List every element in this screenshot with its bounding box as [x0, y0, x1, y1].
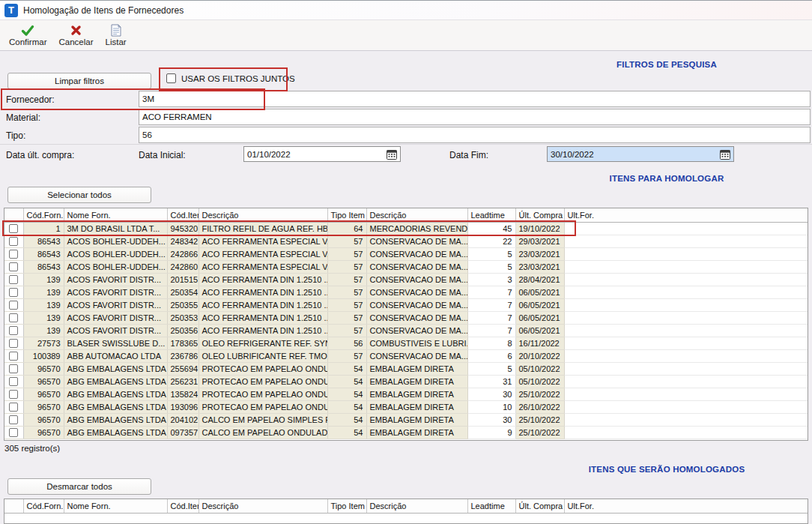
row-checkbox[interactable] — [9, 262, 18, 271]
table-cell — [564, 388, 808, 400]
table-row[interactable]: 96570ABG EMBALAGENS LTDA204102CALCO EM P… — [4, 413, 808, 426]
row-checkbox[interactable] — [9, 301, 18, 310]
column-header[interactable]: Descrição — [366, 208, 467, 222]
calendar-icon[interactable] — [387, 149, 397, 160]
table-row[interactable]: 27573BLASER SWISSLUBE D...178365OLEO REF… — [4, 337, 808, 349]
column-header[interactable]: Tipo Item — [327, 499, 366, 513]
table-cell: 96570 — [23, 413, 64, 426]
row-checkbox[interactable] — [9, 288, 18, 297]
row-checkbox[interactable] — [9, 326, 18, 335]
table-cell: PROTECAO EM PAPELAO ONDUL... — [199, 388, 327, 400]
table-row[interactable]: 96570ABG EMBALAGENS LTDA135824PROTECAO E… — [4, 388, 808, 400]
column-header[interactable]: Tipo Item — [327, 208, 366, 222]
table-row[interactable]: 96570ABG EMBALAGENS LTDA256231PROTECAO E… — [4, 375, 808, 388]
column-header[interactable]: Leadtime — [467, 208, 515, 222]
column-header[interactable]: Últ. Compra — [515, 499, 564, 513]
table-row[interactable]: 139ACOS FAVORIT DISTR...201515ACO FERRAM… — [4, 273, 808, 286]
table-row[interactable]: 86543ACOS BOHLER-UDDEH...248342ACO FERRA… — [4, 235, 808, 247]
row-checkbox[interactable] — [9, 352, 18, 361]
clear-filters-button[interactable]: Limpar filtros — [7, 73, 151, 89]
table-row[interactable]: 139ACOS FAVORIT DISTR...250354ACO FERRAM… — [4, 286, 808, 298]
calendar-icon[interactable] — [720, 149, 730, 160]
row-checkbox[interactable] — [9, 224, 18, 233]
table-row[interactable]: 100389ABB AUTOMACAO LTDA236786OLEO LUBRI… — [4, 349, 808, 362]
column-header[interactable]: Nome Forn. — [64, 208, 167, 222]
table-cell: 22 — [467, 235, 515, 247]
table-cell: ACO FERRAMENTA DIN 1.2510 ... — [199, 286, 327, 298]
main-toolbar: Confirmar Cancelar Listar — [0, 20, 812, 51]
table-row[interactable]: 139ACOS FAVORIT DISTR...250356ACO FERRAM… — [4, 324, 808, 337]
row-checkbox[interactable] — [9, 275, 18, 284]
row-checkbox[interactable] — [9, 428, 18, 437]
table-cell: 7 — [467, 298, 515, 311]
confirm-button-label: Confirmar — [9, 37, 46, 46]
column-header[interactable]: Ult.For. — [564, 499, 808, 513]
table-cell: EMBALAGEM DIRETA — [366, 400, 467, 413]
table-cell — [564, 247, 808, 260]
tipo-input[interactable]: 56 — [139, 127, 811, 143]
use-filters-together[interactable]: USAR OS FILTROS JUNTOS — [166, 73, 295, 83]
column-header[interactable]: Descrição — [366, 499, 467, 513]
list-button[interactable]: Listar — [100, 20, 133, 50]
row-checkbox[interactable] — [9, 250, 18, 259]
app-icon: T — [4, 4, 18, 17]
table-cell: CONSERVACAO DE MA... — [366, 324, 467, 337]
row-checkbox[interactable] — [9, 390, 18, 399]
filters-section-title: FILTROS DE PESQUISA — [524, 60, 809, 69]
table-row[interactable]: 96570ABG EMBALAGENS LTDA097357CALCO EM P… — [4, 426, 808, 439]
table-cell: 242860 — [167, 260, 199, 273]
table-cell: 57 — [327, 324, 366, 337]
table-cell: CONSERVACAO DE MA... — [366, 298, 467, 311]
table-row[interactable]: 96570ABG EMBALAGENS LTDA193096PROTECAO E… — [4, 400, 808, 413]
table-cell — [564, 298, 808, 311]
table-row[interactable]: 139ACOS FAVORIT DISTR...250355ACO FERRAM… — [4, 298, 808, 311]
select-all-button[interactable]: Selecionar todos — [7, 187, 151, 203]
table-cell: ACO FERRAMENTA DIN 1.2510 ... — [199, 273, 327, 286]
table-row[interactable]: 86543ACOS BOHLER-UDDEH...242860ACO FERRA… — [4, 260, 808, 273]
column-header[interactable]: Cód.Item. — [167, 208, 199, 222]
row-checkbox[interactable] — [9, 377, 18, 386]
cancel-button[interactable]: Cancelar — [52, 20, 99, 50]
row-checkbox[interactable] — [9, 237, 18, 246]
column-header[interactable]: Cód.Item. — [167, 499, 199, 513]
table-cell: 3 — [467, 273, 515, 286]
table-cell: 16/11/2022 — [515, 337, 564, 349]
table-cell: 1 — [23, 222, 64, 235]
table-row[interactable]: 96570ABG EMBALAGENS LTDA255694PROTECAO E… — [4, 362, 808, 375]
table-cell: 178365 — [167, 337, 199, 349]
table-cell: 96570 — [23, 388, 64, 400]
table-cell: 26/10/2022 — [515, 400, 564, 413]
row-checkbox[interactable] — [9, 403, 18, 412]
fornecedor-input[interactable]: 3M — [139, 91, 811, 107]
table-row[interactable]: 139ACOS FAVORIT DISTR...250353ACO FERRAM… — [4, 311, 808, 324]
table-cell: MERCADORIAS REVEND... — [366, 222, 467, 235]
table-row[interactable]: 86543ACOS BOHLER-UDDEH...242866ACO FERRA… — [4, 247, 808, 260]
deselect-all-button[interactable]: Desmarcar todos — [7, 478, 151, 495]
column-header[interactable]: Últ. Compra — [515, 208, 564, 222]
column-header[interactable]: Ult.For. — [564, 208, 808, 222]
use-filters-together-checkbox[interactable] — [166, 73, 176, 83]
table-cell: 05/10/2022 — [515, 375, 564, 388]
column-header[interactable]: Descrição — [199, 208, 327, 222]
column-header[interactable]: Cód.Forn. — [23, 499, 64, 513]
row-checkbox[interactable] — [9, 313, 18, 322]
data-fim-input[interactable]: 30/10/2022 — [547, 146, 734, 162]
row-checkbox[interactable] — [9, 415, 18, 424]
column-header[interactable]: Leadtime — [467, 499, 515, 513]
use-filters-together-label: USAR OS FILTROS JUNTOS — [181, 74, 295, 83]
table-cell — [564, 337, 808, 349]
table-cell: 10 — [467, 400, 515, 413]
column-header[interactable]: Nome Forn. — [64, 499, 167, 513]
table-cell: OLEO REFRIGERANTE REF. SYN... — [199, 337, 327, 349]
table-cell: ACOS FAVORIT DISTR... — [64, 311, 167, 324]
data-inicial-input[interactable]: 01/10/2022 — [243, 146, 401, 162]
table-cell: 54 — [327, 375, 366, 388]
row-checkbox[interactable] — [9, 364, 18, 373]
table-cell: 20/10/2022 — [515, 349, 564, 362]
material-input[interactable]: ACO FERRAMEN — [139, 109, 811, 125]
column-header[interactable]: Cód.Forn. — [23, 208, 64, 222]
table-row[interactable]: 13M DO BRASIL LTDA T...945320FILTRO REFI… — [4, 222, 808, 235]
column-header[interactable]: Descrição — [199, 499, 327, 513]
row-checkbox[interactable] — [9, 339, 18, 348]
confirm-button[interactable]: Confirmar — [3, 20, 52, 50]
